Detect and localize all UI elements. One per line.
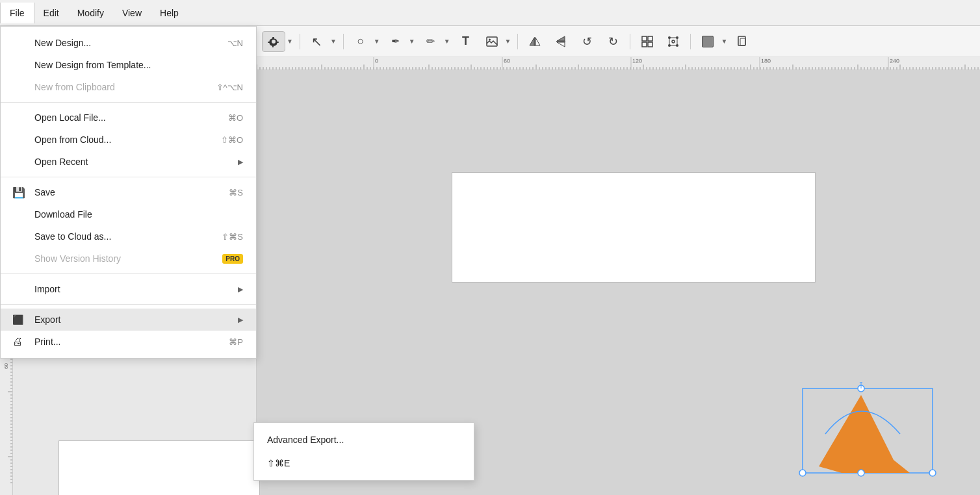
menu-item-label: Show Version History <box>34 253 121 264</box>
menu-item-label: Open Recent <box>34 157 88 167</box>
menu-item-save[interactable]: 💾 Save ⌘S <box>1 181 256 203</box>
arrange-button[interactable] <box>636 31 659 52</box>
menu-item-label: Save <box>34 187 55 197</box>
shape-canvas <box>790 382 946 479</box>
pencil-button[interactable]: ✏ <box>419 31 443 52</box>
menu-view[interactable]: View <box>113 3 151 23</box>
export-advanced[interactable]: Advanced Export... <box>254 428 474 451</box>
snap-icon <box>268 36 279 47</box>
mirror-h-button[interactable] <box>523 31 547 52</box>
arrange-icon <box>641 36 653 47</box>
menu-item-label: Export <box>34 314 60 325</box>
menu-item-open-cloud[interactable]: Open from Cloud... ⇧⌘O <box>1 129 256 151</box>
menu-item-label: Import <box>34 284 60 294</box>
menu-item-print[interactable]: 🖨 Print... ⌘P <box>1 331 256 353</box>
separator-1 <box>300 34 300 49</box>
menu-divider-4 <box>1 304 256 305</box>
snap-group: ▼ <box>262 31 294 52</box>
svg-marker-6 <box>557 42 565 47</box>
circle-button[interactable]: ○ <box>349 31 372 52</box>
svg-rect-21 <box>738 36 745 45</box>
snap-dropdown-arrow[interactable]: ▼ <box>285 36 294 46</box>
svg-marker-3 <box>535 38 540 45</box>
menu-item-open-recent[interactable]: Open Recent ▶ <box>1 151 256 173</box>
color-button[interactable] <box>696 31 719 52</box>
circle-dropdown-arrow[interactable]: ▼ <box>372 36 381 46</box>
handle-bl[interactable] <box>799 470 806 476</box>
menu-item-label: New Design from Template... <box>34 60 151 70</box>
menu-item-new-from-clipboard: New from Clipboard ⇧^⌥N <box>1 76 256 98</box>
text-button[interactable]: T <box>454 31 478 52</box>
menu-item-label: New Design... <box>34 38 91 48</box>
horizontal-ruler-canvas <box>257 57 980 70</box>
export-quick[interactable]: ⇧⌘E <box>254 451 474 475</box>
canvas-page-left <box>58 440 260 495</box>
menu-item-shortcut: ⌘S <box>229 188 243 197</box>
menu-divider-3 <box>1 273 256 274</box>
menu-item-show-version: Show Version History PRO <box>1 247 256 270</box>
pro-badge: PRO <box>222 254 243 264</box>
menu-item-shortcut: ⇧^⌥N <box>216 82 244 92</box>
pen-group: ✒ ▼ <box>384 31 417 52</box>
image-button[interactable] <box>480 31 504 52</box>
image-group: ▼ <box>480 31 513 52</box>
separator-2 <box>343 34 344 49</box>
toolbar: ▼ ↖ ▼ ○ ▼ ✒ ▼ ✏ ▼ T ▼ <box>257 26 980 57</box>
select-button[interactable]: ↖ <box>305 31 329 52</box>
nodes-button[interactable] <box>662 31 685 52</box>
menu-item-shortcut: ⇧⌘S <box>222 232 243 242</box>
pencil-dropdown-arrow[interactable]: ▼ <box>443 36 452 46</box>
menu-item-open-local[interactable]: Open Local File... ⌘O <box>1 107 256 129</box>
save-icon: 💾 <box>12 186 25 199</box>
export-icon: ⬛ <box>12 314 23 325</box>
menu-item-label: Print... <box>34 336 60 347</box>
svg-rect-11 <box>648 42 652 47</box>
handle-bm[interactable] <box>858 470 864 476</box>
page-icon <box>738 36 748 47</box>
menu-edit[interactable]: Edit <box>34 3 68 23</box>
snap-button[interactable] <box>262 31 285 52</box>
mirror-h-icon <box>529 36 541 47</box>
menu-item-save-cloud[interactable]: Save to Cloud as... ⇧⌘S <box>1 225 256 247</box>
redo-button[interactable]: ↻ <box>601 31 625 52</box>
menu-divider-2 <box>1 177 256 177</box>
mirror-v-button[interactable] <box>549 31 573 52</box>
export-advanced-label: Advanced Export... <box>267 435 344 445</box>
undo-button[interactable]: ↺ <box>575 31 599 52</box>
menu-item-label: New from Clipboard <box>34 82 115 92</box>
menu-help[interactable]: Help <box>151 3 188 23</box>
handle-br[interactable] <box>929 470 936 476</box>
color-dropdown-arrow[interactable]: ▼ <box>719 36 729 46</box>
menu-item-shortcut: ⌥N <box>227 38 243 48</box>
menu-file[interactable]: File <box>0 3 34 23</box>
svg-marker-2 <box>530 38 534 45</box>
svg-point-16 <box>672 40 675 43</box>
menu-modify[interactable]: Modify <box>68 3 113 23</box>
pen-button[interactable]: ✒ <box>384 31 407 52</box>
menu-item-shortcut: ⌘P <box>229 337 243 347</box>
menu-item-label: Open from Cloud... <box>34 134 111 145</box>
select-dropdown-arrow[interactable]: ▼ <box>329 36 338 46</box>
image-dropdown-arrow[interactable]: ▼ <box>504 36 513 46</box>
separator-3 <box>517 34 518 49</box>
h-ruler-row <box>257 57 980 70</box>
menu-item-export[interactable]: ⬛ Export ▶ <box>1 309 256 331</box>
menubar: File Edit Modify View Help <box>0 0 980 26</box>
menu-item-shortcut: ⌘O <box>228 113 243 123</box>
menu-item-new-design[interactable]: New Design... ⌥N <box>1 32 256 54</box>
svg-rect-22 <box>740 38 745 45</box>
menu-item-new-from-template[interactable]: New Design from Template... <box>1 54 256 76</box>
color-group: ▼ <box>696 31 729 52</box>
svg-marker-5 <box>557 36 565 41</box>
export-quick-label: ⇧⌘E <box>267 458 290 468</box>
menu-item-import[interactable]: Import ▶ <box>1 278 256 300</box>
menu-item-label: Download File <box>34 209 92 220</box>
menu-item-download-file[interactable]: Download File <box>1 203 256 225</box>
pencil-group: ✏ ▼ <box>419 31 452 52</box>
menu-item-label: Save to Cloud as... <box>34 231 111 242</box>
image-icon <box>486 36 498 47</box>
pen-dropdown-arrow[interactable]: ▼ <box>407 36 417 46</box>
page-button[interactable] <box>731 31 754 52</box>
svg-rect-9 <box>648 36 652 41</box>
submenu-arrow-icon: ▶ <box>238 285 243 294</box>
